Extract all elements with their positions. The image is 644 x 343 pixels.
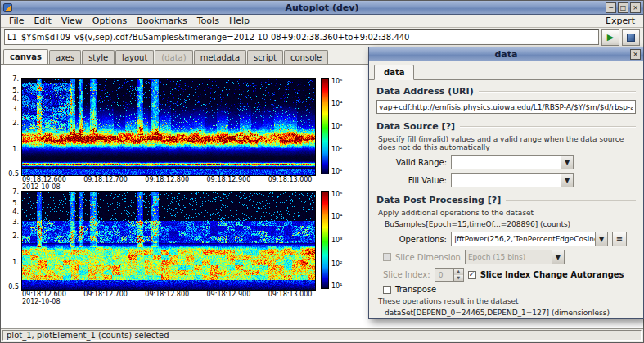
y-tick-label: 3. (12, 105, 19, 112)
spectrogram-top[interactable] (21, 78, 316, 176)
valid-range-combo[interactable]: ▼ (451, 155, 574, 169)
y-tick-label: 7. (12, 188, 19, 196)
section-title-post-processing: Data Post Processing [?] (376, 195, 636, 205)
data-dialog: data × data Data Address (URI) Data Sour… (368, 47, 644, 319)
spinner-arrows-icon[interactable]: ▲▼ (453, 269, 463, 281)
x-tick-label: 09:18:12.800 (141, 291, 193, 298)
inspect-uri-button[interactable] (622, 29, 640, 46)
slice-index-spinner[interactable]: 0 ▲▼ (435, 268, 464, 282)
tab-axes[interactable]: axes (49, 50, 81, 64)
slice-dimension-label: Slice Dimension (395, 253, 461, 262)
valid-range-label: Valid Range: (383, 158, 447, 167)
y-tick-label: 1. (12, 146, 19, 153)
tab-layout[interactable]: layout (115, 50, 154, 64)
dialog-tabbar: data (369, 61, 643, 80)
go-button[interactable]: ▶ (601, 29, 619, 46)
expert-mode-toggle[interactable]: Expert (601, 16, 640, 26)
colorbar-tick-label: 10³ (331, 123, 342, 130)
slice-dimension-checkbox[interactable] (383, 253, 391, 261)
menu-edit[interactable]: Edit (29, 16, 56, 26)
inspect-icon (627, 34, 635, 42)
dialog-titlebar[interactable]: data × (369, 47, 643, 61)
y-tick-label: 4. (12, 94, 19, 102)
post-processing-hint: Apply additional operations to the datas… (378, 209, 636, 217)
chevron-down-icon: ▼ (561, 174, 573, 187)
slice-index-row: Slice Index: 0 ▲▼ Slice Index Change Aut… (383, 268, 636, 282)
menubar: File Edit View Options Bookmarks Tools H… (1, 15, 643, 28)
menu-view[interactable]: View (56, 16, 88, 26)
top-plot-x-axis[interactable]: 09:18:12.60009:18:12.70009:18:12.80009:1… (22, 176, 315, 184)
fill-value-label: Fill Value: (383, 176, 447, 185)
bottom-plot-x-axis[interactable]: 09:18:12.60009:18:12.70009:18:12.80009:1… (22, 291, 315, 299)
colorbar-tick-label: 10⁴ (331, 99, 342, 106)
colorbar-tick-label: 10² (331, 260, 342, 267)
autorange-label: Slice Index Change Autoranges (480, 270, 624, 279)
operations-editor-button[interactable]: ≡ (612, 232, 627, 246)
colorbar-tick-label: 10² (331, 146, 342, 153)
operations-combo[interactable]: |fftPower(256,2,'TenPercentEdgeCosine')▼ (451, 232, 608, 246)
chevron-down-icon: ▼ (561, 156, 573, 169)
menu-bookmarks[interactable]: Bookmarks (132, 16, 191, 26)
tab-metadata[interactable]: metadata (194, 50, 246, 64)
section-title-data-source: Data Source [?] (376, 121, 636, 132)
menu-help[interactable]: Help (224, 16, 254, 26)
address-bar: ▶ (1, 28, 643, 47)
y-tick-label: 2. (12, 232, 19, 240)
top-plot-y-axis[interactable]: 7.5.4.3.2.1.0.5 (1, 78, 20, 174)
result-dataset-label: dataSet[DEPEND_0=24465,DEPEND_1=127] (di… (385, 309, 636, 317)
x-tick-label: 09:18:12.700 (79, 291, 132, 298)
menu-options[interactable]: Options (88, 16, 132, 26)
uri-input[interactable] (4, 29, 599, 45)
spectrogram-bottom[interactable] (21, 191, 316, 291)
colorbar-tick-label: 10¹ (331, 282, 342, 290)
data-address-input[interactable] (376, 100, 636, 114)
y-tick-label: 1. (12, 259, 19, 266)
y-tick-label: 4. (12, 207, 19, 214)
section-data-post-processing: Data Post Processing [?] Apply additiona… (376, 195, 636, 317)
tab-style[interactable]: style (82, 50, 115, 64)
colorbar-top[interactable] (321, 78, 329, 174)
tab-canvas[interactable]: canvas (3, 49, 48, 64)
window-title: Autoplot (dev) (1, 2, 643, 13)
transpose-label: Transpose (395, 285, 436, 294)
status-message: plot_1, plotElement_1 (counts) selected (2, 330, 642, 341)
colorbar-tick-label: 10³ (331, 237, 342, 244)
tab-console[interactable]: console (284, 50, 328, 64)
main-titlebar[interactable]: Autoplot (dev) − □ × (1, 1, 643, 15)
y-tick-label: 0.5 (8, 282, 19, 290)
y-tick-label: 7. (12, 75, 19, 83)
operations-label: Operations: (383, 235, 447, 244)
menu-tools[interactable]: Tools (192, 16, 224, 26)
y-tick-label: 3. (12, 218, 19, 225)
bottom-plot-y-axis[interactable]: 7.5.4.3.2.1.0.5 (1, 191, 20, 287)
slice-dimension-row: Slice Dimension Epoch (15 bins)▼ (383, 250, 636, 264)
screen: Autoplot (dev) − □ × File Edit View Opti… (0, 0, 644, 343)
dialog-tab-data[interactable]: data (374, 65, 414, 80)
colorbar-bottom[interactable] (321, 191, 329, 289)
titlebar-buttons: − □ × (606, 2, 641, 13)
chevron-down-icon: ▼ (595, 232, 607, 246)
section-data-source: Data Source [?] Specify fill (invalid) v… (376, 121, 636, 187)
x-tick-label: 09:18:12.600 (18, 291, 70, 298)
fill-value-combo[interactable]: ▼ (451, 173, 574, 187)
x-tick-label: 09:18:13.000 (264, 176, 317, 183)
maximize-icon[interactable]: □ (618, 2, 628, 13)
y-tick-label: 5. (12, 87, 19, 94)
slice-dimension-combo[interactable]: Epoch (15 bins)▼ (465, 250, 565, 264)
tab-script[interactable]: script (247, 50, 283, 64)
x-tick-label: 09:18:13.000 (264, 291, 317, 298)
close-icon[interactable]: × (630, 2, 641, 13)
x-tick-label: 09:18:12.800 (141, 176, 193, 183)
x-tick-label: 09:18:12.900 (202, 176, 254, 183)
dialog-close-icon[interactable]: × (630, 49, 641, 60)
transpose-checkbox[interactable] (383, 286, 391, 294)
transpose-row: Transpose (383, 285, 636, 294)
operations-row: Operations: |fftPower(256,2,'TenPercentE… (383, 232, 636, 246)
menu-file[interactable]: File (4, 16, 29, 26)
colorbar-tick-label: 10⁵ (331, 190, 342, 197)
colorbar-tick-label: 10⁵ (331, 77, 342, 84)
minimize-icon[interactable]: − (606, 2, 616, 13)
input-dataset-label: BuSamples[Epoch=15,timeOf...=208896] (co… (385, 220, 636, 228)
autorange-checkbox[interactable] (468, 271, 476, 279)
tab-data[interactable]: (data) (155, 50, 192, 64)
